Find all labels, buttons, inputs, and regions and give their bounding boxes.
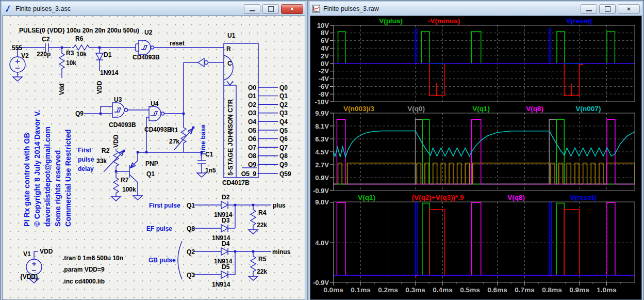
directive-tran: .tran 0 1m6 500u 10n: [62, 255, 123, 262]
copyright-line: © Copyright 8 July 2014 Davor V.: [33, 110, 41, 227]
y-axis-label: 8V: [321, 29, 329, 37]
y-axis-label: 9.0V: [315, 198, 329, 206]
u1-net-label: Q5: [279, 127, 288, 134]
u1-part: CD4017B: [222, 179, 250, 186]
r2-name: R2: [102, 147, 110, 154]
y-axis-label: 4.5V: [315, 148, 329, 156]
trace-V(plus): [334, 31, 635, 64]
net-q8: Q8: [187, 225, 195, 232]
y-axis-label: -8V: [319, 90, 329, 98]
trace-label[interactable]: V(plus): [379, 17, 403, 25]
trace-V(n007): [334, 131, 635, 157]
minimize-icon: [586, 10, 592, 11]
trace-label[interactable]: V(q1): [358, 194, 375, 201]
u4-value: CD4093B: [144, 126, 172, 133]
trace--V(minus): [334, 64, 635, 96]
r2-value: 33k: [96, 157, 107, 165]
trace-label[interactable]: (V(q2)+V(q3))*.9: [412, 194, 464, 201]
r5-name: R5: [258, 256, 267, 263]
pane-frame: [334, 202, 635, 282]
net-vdd-r3: Vdd: [58, 83, 65, 95]
net-plus: plus: [273, 202, 286, 209]
minimize-icon: [250, 10, 255, 11]
pulse-directive: PULSE(0 {VDD} 100u 20n 20n 200u 500u): [19, 27, 139, 34]
trace-label[interactable]: V(n003)/3: [343, 105, 375, 113]
trace-label[interactable]: V(q8): [507, 194, 525, 201]
trace-V(reset): [334, 29, 635, 64]
comment-delay: delay: [78, 165, 94, 172]
trace-label[interactable]: V(reset): [570, 194, 596, 201]
u1-net-label: Q2: [279, 101, 288, 108]
copyright-line: davorslistdepot@gmail.com: [43, 127, 52, 227]
u1-pin-label: O3: [248, 109, 256, 117]
x-axis-label: 0.9ms: [569, 286, 589, 294]
waveform-plot: 10V8V6V4V2V0V-2V-4V-6V-8V-10VV(plus)-V(m…: [310, 16, 642, 299]
u1-name: U1: [227, 32, 236, 39]
r5-value: 22k: [257, 268, 267, 275]
c1-value: 1n5: [205, 167, 216, 174]
u1-net-label: Q3: [279, 109, 288, 117]
close-button[interactable]: ✕: [281, 4, 303, 14]
comment-gb-pulse: GB pulse: [148, 257, 176, 264]
net-vdd-r2: VDD: [112, 134, 120, 148]
y-axis-label: 10V: [317, 22, 329, 29]
schematic-drawing: O0Q0O1Q1O2Q2O3Q3O4Q4O5Q5O6Q6O7Q7O8Q8O9Q9…: [3, 16, 305, 299]
directive-param: .param VDD=9: [62, 266, 105, 273]
u1-net-label: Q59: [279, 170, 291, 178]
window-title: Finite pulses_3.raw: [323, 5, 577, 12]
u1-net-label: Q9: [279, 161, 288, 168]
minimize-button[interactable]: [244, 4, 260, 14]
d3-name: D3: [222, 217, 230, 224]
y-axis-label: 0V: [321, 60, 329, 68]
u1-pin-r: R: [226, 45, 231, 53]
maximize-icon: [605, 6, 610, 12]
y-axis-label: 8.1V: [315, 122, 329, 130]
d2-name: D2: [222, 194, 230, 201]
x-axis-label: 0.3ms: [405, 286, 425, 294]
waveform-window[interactable]: Finite pulses_3.raw ✕ 10V8V6V4V2V0V-2V-4…: [308, 0, 644, 300]
u4-name: U4: [151, 100, 159, 107]
trace-label[interactable]: V(q8): [526, 105, 543, 113]
u1-net-label: Q7: [279, 144, 288, 151]
directive-inc: .inc cd4000.lib: [62, 278, 105, 285]
trace-label[interactable]: V(n007): [576, 105, 601, 113]
net-q1: Q1: [187, 202, 195, 209]
copyright-line: Commercial Use Restricted: [64, 129, 72, 227]
close-button[interactable]: ✕: [618, 4, 640, 14]
d1-name: D1: [104, 51, 112, 58]
r3-value: 10k: [66, 59, 76, 67]
trace-label[interactable]: V(q1): [472, 105, 490, 113]
waveform-canvas[interactable]: 10V8V6V4V2V0V-2V-4V-6V-8V-10VV(plus)-V(m…: [310, 15, 642, 300]
q1-type: PNP: [145, 160, 158, 167]
schematic-canvas[interactable]: O0Q0O1Q1O2Q2O3Q3O4Q4O5Q5O6Q6O7Q7O8Q8O9Q9…: [2, 15, 305, 300]
y-axis-label: 6.3V: [315, 135, 329, 143]
v2-tag: 555: [12, 44, 22, 52]
maximize-button[interactable]: [599, 4, 616, 14]
r6-name: R6: [75, 35, 84, 42]
net-vdd-v1: VDD: [40, 248, 53, 255]
minimize-button[interactable]: [581, 4, 597, 14]
u1-pin-label: O6: [248, 135, 256, 143]
trace-label[interactable]: V(q0): [407, 105, 425, 113]
y-axis-label: 2.7V: [315, 161, 329, 169]
net-vdd-d1: VDD: [96, 81, 103, 94]
y-axis-label: -6V: [319, 83, 329, 90]
u2-value: CD4093B: [133, 54, 160, 61]
y-axis-label: 0.9V: [315, 174, 329, 182]
trace-label[interactable]: V(reset): [566, 17, 592, 25]
u1-pin-c: C: [227, 60, 232, 67]
maximize-button[interactable]: [262, 4, 279, 14]
r7-value: 100k: [122, 186, 136, 193]
schematic-window[interactable]: Finite pulses_3.asc ✕: [0, 0, 307, 300]
waveform-titlebar[interactable]: Finite pulses_3.raw ✕: [310, 2, 642, 15]
u1-pin-label: O9: [248, 161, 256, 168]
schematic-titlebar[interactable]: Finite pulses_3.asc ✕: [2, 2, 305, 15]
y-axis-label: 2V: [321, 52, 329, 60]
x-axis-label: 1.0ms: [597, 286, 616, 294]
u1-net-label: Q4: [279, 118, 288, 125]
net-q9: Q9: [75, 110, 84, 117]
r4-value: 22k: [257, 222, 267, 229]
d5-value: 1N914: [212, 281, 230, 288]
trace-label[interactable]: -V(minus): [428, 17, 460, 25]
u2-name: U2: [144, 29, 153, 36]
